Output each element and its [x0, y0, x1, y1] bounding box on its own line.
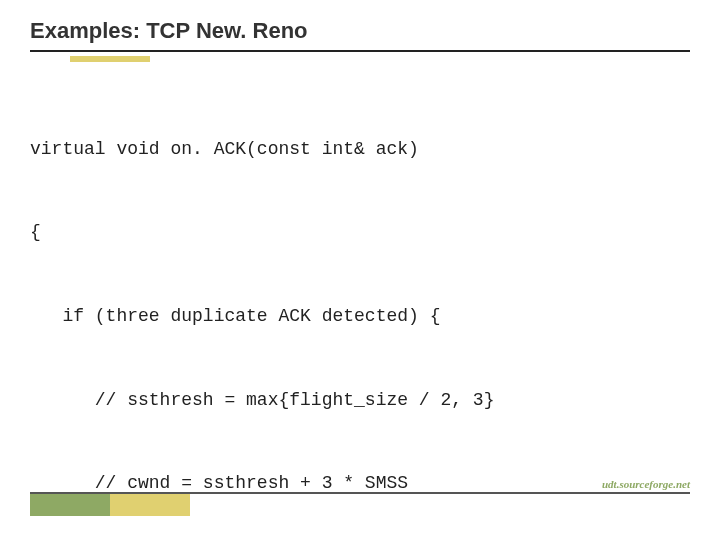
code-block: virtual void on. ACK(const int& ack) { i…: [30, 80, 538, 540]
title-rule: [30, 50, 690, 52]
footer-block-white: [190, 494, 490, 516]
title-accent: [70, 56, 150, 62]
footer-block-yellow: [110, 494, 190, 516]
footer-block-green: [30, 494, 110, 516]
code-line: virtual void on. ACK(const int& ack): [30, 136, 538, 164]
code-line: // ssthresh = max{flight_size / 2, 3}: [30, 387, 538, 415]
footer-bar: [30, 494, 690, 516]
slide: Examples: TCP New. Reno virtual void on.…: [0, 0, 720, 540]
footer: [30, 492, 690, 516]
slide-title: Examples: TCP New. Reno: [30, 18, 308, 44]
footer-url: udt.sourceforge.net: [602, 478, 690, 490]
code-line: {: [30, 219, 538, 247]
code-line: if (three duplicate ACK detected) {: [30, 303, 538, 331]
